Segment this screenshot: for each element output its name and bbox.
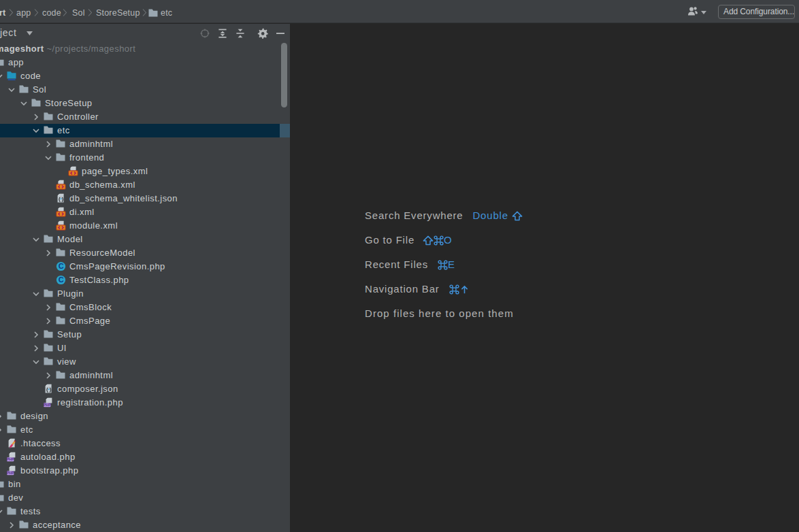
svg-text:PHP: PHP (7, 457, 14, 461)
svg-text:PHP: PHP (7, 471, 14, 475)
svg-text:C: C (59, 276, 64, 284)
svg-text:C: C (59, 262, 64, 270)
svg-text:PHP: PHP (44, 403, 51, 407)
